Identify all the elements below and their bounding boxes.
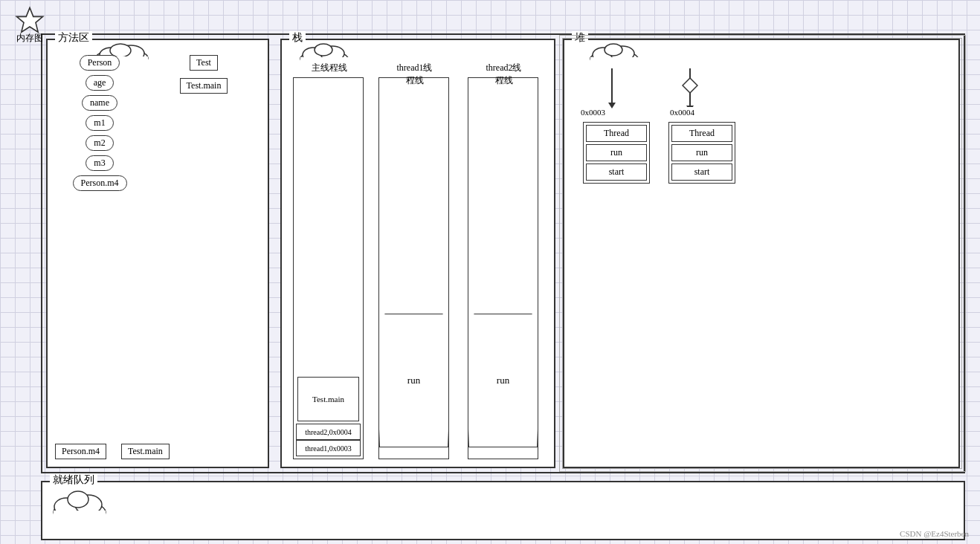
testmain-label: Test.main xyxy=(180,78,228,94)
arrow-to-0x0003 xyxy=(611,68,613,106)
ready-queue-label: 就绪队列 xyxy=(50,473,97,487)
thread1-ref: thread1,0x0003 xyxy=(296,440,361,456)
addr-0x0004: 0x0004 xyxy=(668,107,696,117)
stack-area: 栈 主线程线 Test.main thread2,0x0004 thread1,… xyxy=(280,39,555,468)
svg-rect-22 xyxy=(54,511,106,523)
ready-queue-cloud xyxy=(50,486,109,523)
thread-obj2-start: start xyxy=(671,163,732,181)
heap-cloud xyxy=(587,42,642,68)
thread-obj1-run: run xyxy=(586,144,647,161)
main-thread-label: 主线程线 xyxy=(294,62,364,74)
method-area: 方法区 Person age name m1 m2 m3 Person.m4 T… xyxy=(46,39,269,468)
thread-obj2-run: run xyxy=(671,144,732,161)
svg-rect-16 xyxy=(590,57,639,68)
thread-obj-2: Thread run start xyxy=(668,122,735,184)
m3-label: m3 xyxy=(86,155,113,171)
svg-point-10 xyxy=(315,44,332,56)
age-label: age xyxy=(86,75,115,91)
main-memory-area: 方法区 Person age name m1 m2 m3 Person.m4 T… xyxy=(41,33,965,473)
diamond-0x0004 xyxy=(682,77,698,94)
thread2-column: thread2线程线 run xyxy=(468,77,538,459)
svg-marker-17 xyxy=(683,78,697,93)
memory-diagram-label: 内存图 xyxy=(15,6,45,45)
addr-0x0003: 0x0003 xyxy=(579,107,607,117)
personm4-label: Person.m4 xyxy=(73,175,127,191)
thread-obj1-start: start xyxy=(586,163,647,181)
testmain-frame: Test.main xyxy=(297,377,359,421)
m2-label: m2 xyxy=(86,135,113,151)
thread1-label: thread1线程线 xyxy=(379,62,450,87)
svg-marker-0 xyxy=(16,7,42,32)
thread2-run-frame: run xyxy=(468,314,538,447)
watermark: CSDN @Ez4Sterben xyxy=(900,529,969,538)
diagram-title: 内存图 xyxy=(16,32,43,45)
thread2-ref: thread2,0x0004 xyxy=(296,424,361,440)
heap-layer3 xyxy=(559,35,966,472)
heap-layer2 xyxy=(562,38,962,469)
thread-obj-1: Thread run start xyxy=(583,122,650,184)
thread-obj2-class: Thread xyxy=(671,125,732,142)
heap-area: 堆 0x0003 Thread run start 0x0004 xyxy=(563,39,960,468)
method-area-label: 方法区 xyxy=(55,31,92,45)
svg-point-21 xyxy=(68,491,88,508)
thread2-label: thread2线程线 xyxy=(468,62,539,87)
person-label: Person xyxy=(80,55,120,71)
main-thread-column: 主线程线 Test.main thread2,0x0004 thread1,0x… xyxy=(293,77,364,459)
svg-point-15 xyxy=(605,44,622,56)
method-bottom-row: Person.m4 Test.main xyxy=(55,444,260,459)
thread-obj1-class: Thread xyxy=(586,125,647,142)
m1-label: m1 xyxy=(86,115,113,131)
bottom-testmain: Test.main xyxy=(121,444,170,459)
heap-area-label: 堆 xyxy=(572,31,588,45)
star-icon xyxy=(15,6,45,36)
thread1-run-frame: run xyxy=(379,314,448,447)
bottom-personm4: Person.m4 xyxy=(55,444,106,459)
ready-queue: 就绪队列 xyxy=(41,481,965,540)
method-left-column: Person age name m1 m2 m3 Person.m4 xyxy=(55,55,144,191)
name-label: name xyxy=(82,95,117,111)
test-label: Test xyxy=(190,55,218,71)
arrow-0x0003-head xyxy=(608,103,616,109)
thread1-column: thread1线程线 run xyxy=(378,77,449,459)
method-right-column: Test Test.main xyxy=(159,55,248,94)
